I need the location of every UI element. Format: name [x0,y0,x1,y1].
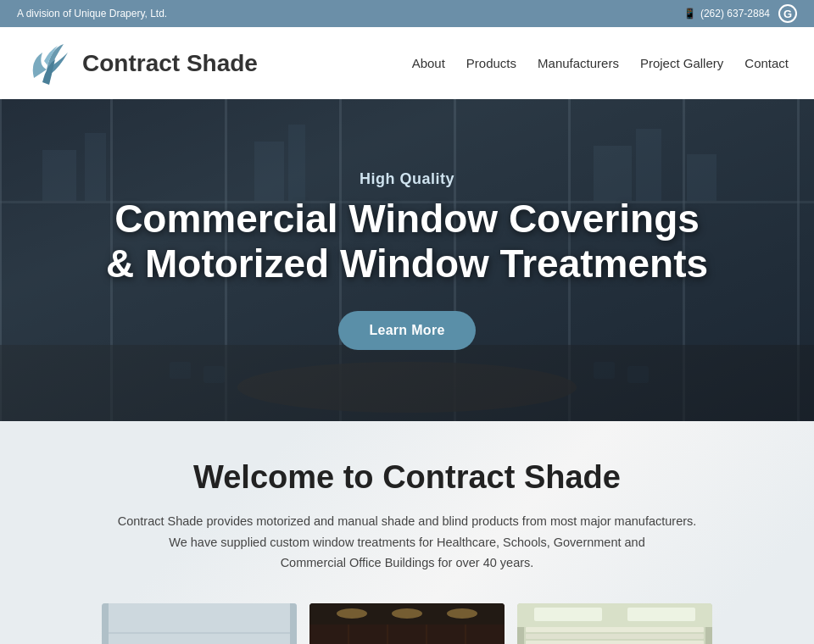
svg-point-50 [392,608,422,619]
social-icon[interactable]: G [778,4,797,23]
card-blinds[interactable]: Horizontal & Vertical Blinds [517,603,712,644]
nav-contact[interactable]: Contact [744,56,789,70]
phone-icon: 📱 [683,8,696,19]
division-text: A division of Unique Drapery, Ltd. [17,8,167,19]
card-motorized[interactable]: Motorized Window Treatments [102,603,297,644]
svg-rect-45 [102,603,109,644]
svg-rect-80 [526,641,704,644]
svg-rect-52 [309,625,505,644]
hero-title: Commercial Window Coverings & Motorized … [106,197,708,286]
card-image-solar [309,603,505,644]
svg-point-51 [447,608,477,619]
svg-rect-46 [290,603,297,644]
card-image-blinds [517,603,712,644]
top-bar: A division of Unique Drapery, Ltd. 📱 (26… [0,0,814,27]
svg-rect-75 [534,608,602,621]
header: Contract Shade About Products Manufactur… [0,27,814,99]
hero-content: High Quality Commercial Window Coverings… [106,170,708,351]
hero-section: High Quality Commercial Window Coverings… [0,99,814,421]
learn-more-button[interactable]: Learn More [338,311,475,350]
nav-manufacturers[interactable]: Manufacturers [538,56,619,70]
logo-area: Contract Shade [25,36,258,91]
phone-number: (262) 637-2884 [700,8,770,19]
welcome-description: Contract Shade provides motorized and ma… [110,511,704,574]
nav-project-gallery[interactable]: Project Gallery [640,56,723,70]
hero-subtitle: High Quality [106,170,708,188]
svg-rect-101 [517,627,524,644]
welcome-section: Welcome to Contract Shade Contract Shade… [0,421,814,644]
svg-rect-76 [627,608,695,621]
svg-rect-79 [526,634,704,639]
svg-rect-78 [526,627,704,632]
logo-icon [25,36,72,91]
svg-rect-102 [705,627,712,644]
top-bar-right: 📱 (262) 637-2884 G [683,4,797,23]
phone-info: 📱 (262) 637-2884 [683,8,770,19]
welcome-title: Welcome to Contract Shade [68,459,746,496]
main-nav: About Products Manufacturers Project Gal… [412,56,789,70]
logo-text: Contract Shade [82,50,258,77]
cards-row: Motorized Window Treatments [68,603,746,644]
svg-rect-28 [102,603,297,644]
card-solar[interactable]: Solar Screen & Blackout Shades [309,603,505,644]
card-image-motorized [102,603,297,644]
nav-about[interactable]: About [412,56,445,70]
svg-point-49 [337,608,367,619]
nav-products[interactable]: Products [466,56,516,70]
